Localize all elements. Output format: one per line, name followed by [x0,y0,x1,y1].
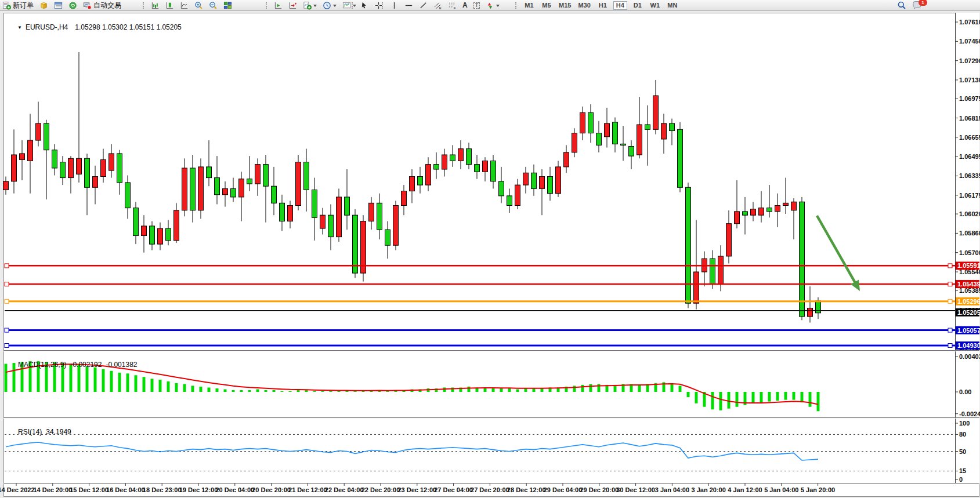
search-button[interactable] [896,1,907,10]
time-tick-label: 27 Dec 04:00 [434,486,473,493]
chart-shift-button[interactable] [273,1,284,10]
chat-button[interactable]: 1 [911,1,923,10]
time-tick-label: 14 Dec 2022 [0,486,35,493]
time-tick-label: 5 Jan 04:00 [764,486,798,493]
line-handle[interactable] [5,299,9,303]
text-tool-icon: A [462,1,468,9]
periods-button[interactable] [321,1,338,10]
line-handle[interactable] [948,282,952,286]
price-tick-label: 1.05700 [959,249,980,256]
macd-axis-label: 0.00 [959,388,971,395]
rsi-indicator-label: RSI(14)34.1949 [6,420,71,444]
new-order-button[interactable]: 新订单 [1,1,35,10]
time-tick-label: 19 Dec 12:00 [179,486,218,493]
price-tick-label: 1.06655 [959,134,980,141]
timeframe-m30[interactable]: M30 [576,1,592,10]
arrows-button[interactable] [484,1,501,10]
chart-shift-icon [274,1,283,10]
timeframe-h4[interactable]: H4 [613,1,627,10]
svg-text:F: F [454,5,456,9]
line-handle[interactable] [5,282,9,286]
line-handle[interactable] [5,264,9,268]
price-tag: 1.05057 [956,326,980,335]
macd-axis-label: -0.002489 [959,410,980,417]
line-handle[interactable] [948,264,952,268]
bar-chart-button[interactable] [150,1,161,10]
cursor-toolbar-group [352,0,384,10]
horizontal-line-button[interactable] [403,1,414,10]
svg-text:1.04930: 1.04930 [957,342,980,349]
timeframe-h1[interactable]: H1 [596,1,610,10]
time-tick-label: 22 Dec 20:00 [361,486,400,493]
price-tick-label: 1.06815 [959,115,980,122]
time-tick-label: 22 Dec 04:00 [325,486,364,493]
chart-window: 1.076101.074501.072901.071301.069751.068… [0,11,980,498]
channel-icon: E [433,1,442,10]
rsi-value: 34.1949 [46,428,71,436]
text-label-button[interactable]: T [472,1,482,10]
price-tick-label: 1.06335 [959,172,980,179]
time-tick-label: 30 Dec 12:00 [616,486,655,493]
new-order-label: 新订单 [13,1,34,10]
line-chart-icon [180,1,189,10]
template-icon [342,1,351,10]
navigator-button[interactable] [67,1,78,10]
fibonacci-button[interactable]: F [447,1,458,10]
line-handle[interactable] [5,328,9,332]
symbol-period-label: EURUSD-,H4 [26,23,68,31]
line-handle[interactable] [948,299,952,303]
tile-windows-button[interactable] [222,1,233,10]
time-tick-label: 15 Dec 12:00 [70,486,109,493]
timeframe-d1[interactable]: D1 [631,1,645,10]
zoom-out-icon [209,1,218,10]
line-chart-button[interactable] [179,1,190,10]
new-order-icon [2,1,11,10]
macd-name: MACD(12,26,9) [18,361,66,369]
line-handle[interactable] [948,328,952,332]
market-watch-button[interactable] [38,1,49,10]
main-toolbar: 新订单 [0,0,980,11]
search-icon [897,1,906,10]
timeframe-m5[interactable]: M5 [540,1,554,10]
price-tick-label: 1.07290 [959,57,980,64]
market-watch-icon [39,1,48,10]
line-handle[interactable] [5,344,9,348]
time-tick-label: 16 Dec 04:00 [106,486,145,493]
vertical-line-button[interactable] [389,1,400,10]
text-tool-button[interactable]: A [461,1,469,10]
zoom-out-button[interactable] [208,1,219,10]
price-tag: 1.05591 [956,261,980,270]
timeframe-w1[interactable]: W1 [648,1,662,10]
time-tick-label: 20 Dec 20:00 [252,486,291,493]
candlestick-chart-icon [165,1,174,10]
time-tick-label: 14 Dec 20:00 [33,486,72,493]
time-tick-label: 5 Jan 20:00 [801,486,835,493]
autotrading-button[interactable]: 自动交易 [82,1,122,10]
timeframe-mn[interactable]: MN [666,1,679,10]
timeframe-m15[interactable]: M15 [557,1,573,10]
time-tick-label: 23 Dec 12:00 [397,486,436,493]
arrow-objects-icon [486,1,494,10]
zoom-in-button[interactable] [193,1,204,10]
metatrader-window: 新订单 [0,0,980,498]
equidistant-channel-button[interactable]: E [432,1,443,10]
rsi-axis-label: 100 [959,420,970,427]
chart-plot-area[interactable] [4,13,955,350]
price-tick-label: 1.06975 [959,95,980,102]
price-tick-label: 1.07450 [959,38,980,45]
line-handle[interactable] [948,344,952,348]
navigator-icon [68,1,77,10]
chart-canvas: 1.076101.074501.072901.071301.069751.068… [0,11,980,498]
symbol-info-line: ▼EURUSD-,H41.05298 1.05302 1.05151 1.052… [6,15,182,39]
zoom-in-icon [194,1,203,10]
trendline-button[interactable] [418,1,429,10]
one-click-trading-toggle-icon[interactable]: ▼ [17,25,22,30]
candlestick-chart-button[interactable] [164,1,175,10]
tile-windows-icon [223,1,232,10]
notification-badge: 1 [918,0,927,6]
cursor-button[interactable] [359,1,370,10]
data-window-button[interactable] [53,1,64,10]
new-chart-button[interactable] [302,1,318,10]
timeframe-m1[interactable]: M1 [522,1,536,10]
auto-scroll-button[interactable] [287,1,298,10]
